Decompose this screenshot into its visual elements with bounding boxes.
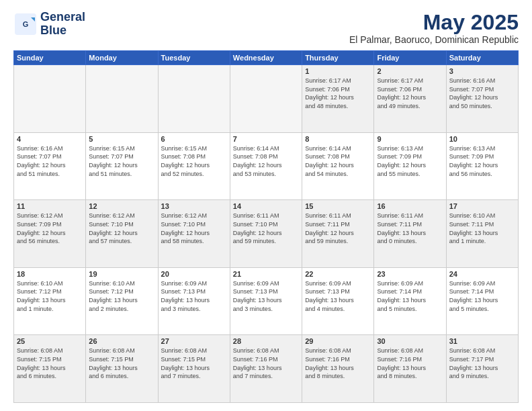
day-cell: 27Sunrise: 6:08 AM Sunset: 7:15 PM Dayli… [158, 335, 230, 403]
day-number: 18 [17, 270, 83, 278]
day-cell: 16Sunrise: 6:11 AM Sunset: 7:11 PM Dayli… [374, 200, 446, 268]
day-cell: 8Sunrise: 6:14 AM Sunset: 7:08 PM Daylig… [302, 132, 374, 200]
day-number: 31 [449, 337, 515, 345]
day-cell: 9Sunrise: 6:13 AM Sunset: 7:09 PM Daylig… [374, 132, 446, 200]
day-cell: 13Sunrise: 6:12 AM Sunset: 7:10 PM Dayli… [158, 200, 230, 268]
day-info: Sunrise: 6:13 AM Sunset: 7:09 PM Dayligh… [449, 144, 515, 178]
day-cell: 22Sunrise: 6:09 AM Sunset: 7:13 PM Dayli… [302, 267, 374, 335]
day-number: 4 [17, 135, 83, 143]
day-cell [14, 65, 86, 133]
day-cell: 7Sunrise: 6:14 AM Sunset: 7:08 PM Daylig… [230, 132, 302, 200]
col-header-tuesday: Tuesday [158, 51, 230, 65]
day-cell: 12Sunrise: 6:12 AM Sunset: 7:10 PM Dayli… [86, 200, 158, 268]
day-info: Sunrise: 6:08 AM Sunset: 7:16 PM Dayligh… [305, 347, 371, 380]
day-number: 1 [305, 67, 371, 75]
day-info: Sunrise: 6:11 AM Sunset: 7:11 PM Dayligh… [305, 212, 371, 245]
day-number: 19 [89, 270, 154, 278]
day-number: 28 [233, 337, 299, 345]
col-header-monday: Monday [86, 51, 158, 65]
day-cell [158, 65, 230, 133]
day-number: 24 [449, 270, 515, 278]
logo-icon: G [13, 12, 38, 36]
day-cell [86, 65, 158, 133]
day-number: 25 [17, 337, 83, 345]
day-cell: 3Sunrise: 6:16 AM Sunset: 7:07 PM Daylig… [446, 65, 518, 133]
day-number: 9 [377, 135, 443, 143]
day-number: 20 [161, 270, 227, 278]
day-number: 14 [233, 202, 299, 210]
logo-text-line1: General [40, 11, 85, 24]
day-info: Sunrise: 6:10 AM Sunset: 7:11 PM Dayligh… [449, 212, 515, 245]
day-number: 6 [161, 135, 227, 143]
day-number: 23 [377, 270, 443, 278]
day-info: Sunrise: 6:12 AM Sunset: 7:09 PM Dayligh… [17, 212, 83, 245]
day-number: 13 [161, 202, 227, 210]
calendar-table: SundayMondayTuesdayWednesdayThursdayFrid… [13, 50, 519, 403]
header: G General Blue May 2025 El Palmar, Baoru… [13, 11, 519, 45]
day-cell: 25Sunrise: 6:08 AM Sunset: 7:15 PM Dayli… [14, 335, 86, 403]
day-number: 27 [161, 337, 227, 345]
day-info: Sunrise: 6:08 AM Sunset: 7:17 PM Dayligh… [449, 347, 515, 380]
week-row-1: 4Sunrise: 6:16 AM Sunset: 7:07 PM Daylig… [14, 132, 519, 200]
day-info: Sunrise: 6:08 AM Sunset: 7:15 PM Dayligh… [17, 347, 83, 380]
col-header-thursday: Thursday [302, 51, 374, 65]
day-info: Sunrise: 6:09 AM Sunset: 7:14 PM Dayligh… [449, 279, 515, 313]
month-title: May 2025 [349, 11, 519, 34]
day-number: 11 [17, 202, 83, 210]
day-number: 2 [377, 67, 443, 75]
col-header-wednesday: Wednesday [230, 51, 302, 65]
day-info: Sunrise: 6:17 AM Sunset: 7:06 PM Dayligh… [305, 77, 371, 110]
day-info: Sunrise: 6:15 AM Sunset: 7:07 PM Dayligh… [89, 144, 154, 178]
day-number: 21 [233, 270, 299, 278]
day-info: Sunrise: 6:11 AM Sunset: 7:10 PM Dayligh… [233, 212, 299, 245]
day-number: 5 [89, 135, 154, 143]
col-header-saturday: Saturday [446, 51, 518, 65]
day-cell: 2Sunrise: 6:17 AM Sunset: 7:06 PM Daylig… [374, 65, 446, 133]
day-number: 3 [449, 67, 515, 75]
col-header-friday: Friday [374, 51, 446, 65]
day-cell: 26Sunrise: 6:08 AM Sunset: 7:15 PM Dayli… [86, 335, 158, 403]
day-cell: 6Sunrise: 6:15 AM Sunset: 7:08 PM Daylig… [158, 132, 230, 200]
day-info: Sunrise: 6:09 AM Sunset: 7:13 PM Dayligh… [233, 279, 299, 313]
day-cell: 17Sunrise: 6:10 AM Sunset: 7:11 PM Dayli… [446, 200, 518, 268]
day-info: Sunrise: 6:16 AM Sunset: 7:07 PM Dayligh… [449, 77, 515, 110]
day-cell: 10Sunrise: 6:13 AM Sunset: 7:09 PM Dayli… [446, 132, 518, 200]
day-cell: 28Sunrise: 6:08 AM Sunset: 7:16 PM Dayli… [230, 335, 302, 403]
day-cell: 23Sunrise: 6:09 AM Sunset: 7:14 PM Dayli… [374, 267, 446, 335]
day-cell: 15Sunrise: 6:11 AM Sunset: 7:11 PM Dayli… [302, 200, 374, 268]
day-info: Sunrise: 6:08 AM Sunset: 7:15 PM Dayligh… [89, 347, 154, 380]
day-cell: 18Sunrise: 6:10 AM Sunset: 7:12 PM Dayli… [14, 267, 86, 335]
day-number: 10 [449, 135, 515, 143]
day-number: 16 [377, 202, 443, 210]
day-info: Sunrise: 6:14 AM Sunset: 7:08 PM Dayligh… [233, 144, 299, 178]
day-info: Sunrise: 6:15 AM Sunset: 7:08 PM Dayligh… [161, 144, 227, 178]
day-info: Sunrise: 6:10 AM Sunset: 7:12 PM Dayligh… [89, 279, 154, 313]
day-cell: 21Sunrise: 6:09 AM Sunset: 7:13 PM Dayli… [230, 267, 302, 335]
day-info: Sunrise: 6:10 AM Sunset: 7:12 PM Dayligh… [17, 279, 83, 313]
day-cell: 24Sunrise: 6:09 AM Sunset: 7:14 PM Dayli… [446, 267, 518, 335]
day-cell: 4Sunrise: 6:16 AM Sunset: 7:07 PM Daylig… [14, 132, 86, 200]
day-info: Sunrise: 6:12 AM Sunset: 7:10 PM Dayligh… [89, 212, 154, 245]
day-cell: 31Sunrise: 6:08 AM Sunset: 7:17 PM Dayli… [446, 335, 518, 403]
day-info: Sunrise: 6:12 AM Sunset: 7:10 PM Dayligh… [161, 212, 227, 245]
day-cell: 5Sunrise: 6:15 AM Sunset: 7:07 PM Daylig… [86, 132, 158, 200]
day-cell: 30Sunrise: 6:08 AM Sunset: 7:16 PM Dayli… [374, 335, 446, 403]
day-info: Sunrise: 6:09 AM Sunset: 7:13 PM Dayligh… [161, 279, 227, 313]
week-row-2: 11Sunrise: 6:12 AM Sunset: 7:09 PM Dayli… [14, 200, 519, 268]
day-cell: 11Sunrise: 6:12 AM Sunset: 7:09 PM Dayli… [14, 200, 86, 268]
title-area: May 2025 El Palmar, Baoruco, Dominican R… [349, 11, 519, 45]
day-cell: 14Sunrise: 6:11 AM Sunset: 7:10 PM Dayli… [230, 200, 302, 268]
day-info: Sunrise: 6:08 AM Sunset: 7:15 PM Dayligh… [161, 347, 227, 380]
day-info: Sunrise: 6:14 AM Sunset: 7:08 PM Dayligh… [305, 144, 371, 178]
day-number: 22 [305, 270, 371, 278]
week-row-0: 1Sunrise: 6:17 AM Sunset: 7:06 PM Daylig… [14, 65, 519, 133]
svg-text:G: G [23, 20, 29, 28]
day-info: Sunrise: 6:13 AM Sunset: 7:09 PM Dayligh… [377, 144, 443, 178]
col-header-sunday: Sunday [14, 51, 86, 65]
logo-text-line2: Blue [40, 24, 85, 38]
day-cell [230, 65, 302, 133]
day-info: Sunrise: 6:09 AM Sunset: 7:14 PM Dayligh… [377, 279, 443, 313]
day-info: Sunrise: 6:17 AM Sunset: 7:06 PM Dayligh… [377, 77, 443, 110]
day-number: 17 [449, 202, 515, 210]
week-row-4: 25Sunrise: 6:08 AM Sunset: 7:15 PM Dayli… [14, 335, 519, 403]
